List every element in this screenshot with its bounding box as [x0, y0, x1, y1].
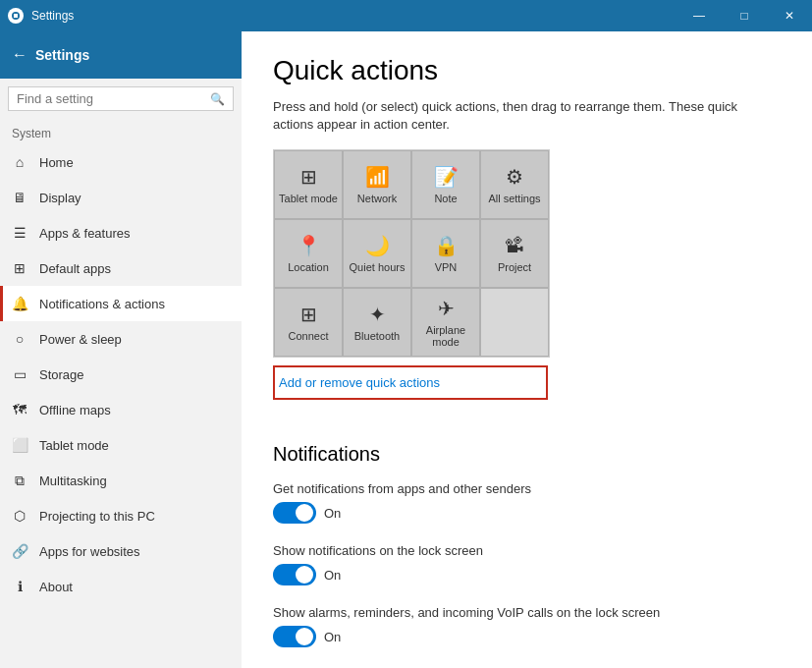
power-sleep-icon: ○ [12, 331, 27, 347]
about-label: About [39, 580, 73, 594]
airplane-mode-qa-icon: ✈ [438, 297, 455, 320]
sidebar-item-tablet-mode[interactable]: ⬜ Tablet mode [0, 427, 242, 463]
search-icon: 🔍 [210, 92, 225, 106]
sidebar-item-home[interactable]: ⌂ Home [0, 144, 242, 180]
location-qa-icon: 📍 [297, 234, 321, 257]
sidebar-section-label: System [0, 119, 242, 144]
toggle-thumb [296, 504, 313, 522]
note-qa-icon: 📝 [434, 165, 459, 189]
qa-tile-quiet-hours[interactable]: 🌙 Quiet hours [343, 219, 411, 288]
sidebar-item-default-apps[interactable]: ⊞ Default apps [0, 250, 242, 286]
home-icon: ⌂ [12, 154, 27, 170]
tablet-mode-label: Tablet mode [39, 438, 109, 453]
multitasking-icon: ⧉ [12, 473, 27, 488]
sidebar-item-apps-websites[interactable]: 🔗 Apps for websites [0, 533, 242, 569]
app-icon [8, 8, 24, 24]
back-button[interactable]: ← Settings [0, 31, 242, 79]
projecting-icon: ⬡ [12, 508, 27, 524]
titlebar: Settings — □ ✕ [0, 0, 812, 31]
setting-show-lock-screen: Show notifications on the lock screen On [273, 543, 781, 585]
offline-maps-icon: 🗺 [12, 402, 27, 418]
close-button[interactable]: ✕ [767, 0, 812, 31]
back-label: Settings [35, 47, 89, 63]
toggle-row-get-notifications: On [273, 502, 781, 524]
notifications-label: Notifications & actions [39, 297, 165, 311]
sidebar-item-display[interactable]: 🖥 Display [0, 180, 242, 215]
qa-tile-vpn[interactable]: 🔒 VPN [411, 219, 480, 288]
qa-tile-all-settings[interactable]: ⚙ All settings [480, 150, 549, 219]
qa-tile-tablet-mode[interactable]: ⊞ Tablet mode [274, 150, 343, 219]
add-remove-quick-actions-link[interactable]: Add or remove quick actions [273, 365, 548, 400]
vpn-qa-icon: 🔒 [434, 234, 459, 257]
minimize-button[interactable]: — [677, 0, 722, 31]
qa-tile-bluetooth[interactable]: ✦ Bluetooth [343, 288, 411, 357]
apps-features-icon: ☰ [12, 225, 27, 241]
toggle-row-show-lock-screen: On [273, 564, 781, 585]
search-input[interactable] [17, 91, 210, 106]
qa-tile-project-label: Project [498, 261, 531, 273]
qa-tile-bluetooth-label: Bluetooth [354, 330, 400, 342]
setting-show-lock-screen-label: Show notifications on the lock screen [273, 543, 781, 558]
main-content: Quick actions Press and hold (or select)… [242, 31, 812, 668]
toggle-state-show-alarms: On [324, 630, 341, 644]
titlebar-title: Settings [31, 9, 74, 23]
toggle-thumb [296, 628, 313, 645]
titlebar-left: Settings [8, 8, 74, 24]
projecting-label: Projecting to this PC [39, 509, 155, 524]
qa-tile-network[interactable]: 📶 Network [343, 150, 411, 219]
qa-tile-note-label: Note [434, 193, 457, 204]
storage-label: Storage [39, 367, 84, 382]
svg-rect-1 [14, 14, 18, 18]
display-icon: 🖥 [12, 190, 27, 205]
tablet-mode-icon: ⬜ [12, 437, 27, 453]
notifications-section-title: Notifications [273, 443, 781, 466]
qa-tile-location-label: Location [288, 261, 329, 273]
sidebar-item-apps-features[interactable]: ☰ Apps & features [0, 215, 242, 250]
apps-websites-icon: 🔗 [12, 543, 27, 559]
toggle-thumb [296, 566, 313, 584]
toggle-get-notifications[interactable] [273, 502, 316, 524]
sidebar-item-about[interactable]: ℹ About [0, 569, 242, 604]
qa-tile-connect[interactable]: ⊞ Connect [274, 288, 343, 357]
quiet-hours-qa-icon: 🌙 [365, 234, 390, 257]
qa-tile-location[interactable]: 📍 Location [274, 219, 343, 288]
qa-tile-airplane-mode[interactable]: ✈ Airplane mode [411, 288, 480, 357]
sidebar-item-offline-maps[interactable]: 🗺 Offline maps [0, 392, 242, 427]
search-box[interactable]: 🔍 [8, 86, 234, 111]
toggle-show-alarms[interactable] [273, 626, 316, 647]
page-title: Quick actions [273, 55, 781, 86]
sidebar-item-multitasking[interactable]: ⧉ Multitasking [0, 463, 242, 498]
qa-tile-quiet-hours-label: Quiet hours [350, 261, 406, 273]
default-apps-icon: ⊞ [12, 260, 27, 276]
qa-tile-empty [480, 288, 549, 357]
page-desc: Press and hold (or select) quick actions… [273, 98, 781, 134]
sidebar-item-storage[interactable]: ▭ Storage [0, 357, 242, 392]
maximize-button[interactable]: □ [722, 0, 767, 31]
storage-icon: ▭ [12, 366, 27, 382]
multitasking-label: Multitasking [39, 473, 107, 488]
home-label: Home [39, 155, 74, 170]
tablet-mode-qa-icon: ⊞ [300, 165, 317, 189]
project-qa-icon: 📽 [505, 235, 524, 257]
setting-show-alarms: Show alarms, reminders, and incoming VoI… [273, 605, 781, 647]
offline-maps-label: Offline maps [39, 403, 111, 418]
qa-tile-tablet-mode-label: Tablet mode [279, 193, 338, 204]
qa-tile-connect-label: Connect [289, 330, 329, 342]
sidebar-item-projecting[interactable]: ⬡ Projecting to this PC [0, 498, 242, 533]
qa-tile-note[interactable]: 📝 Note [411, 150, 480, 219]
display-label: Display [39, 191, 81, 205]
toggle-row-show-alarms: On [273, 626, 781, 647]
default-apps-label: Default apps [39, 261, 111, 276]
sidebar-item-notifications[interactable]: 🔔 Notifications & actions [0, 286, 242, 321]
app-container: ← Settings 🔍 System ⌂ Home 🖥 Display ☰ A… [0, 31, 812, 668]
notifications-icon: 🔔 [12, 296, 27, 311]
sidebar-item-power-sleep[interactable]: ○ Power & sleep [0, 321, 242, 357]
connect-qa-icon: ⊞ [300, 303, 317, 326]
network-qa-icon: 📶 [365, 165, 390, 189]
bluetooth-qa-icon: ✦ [369, 303, 386, 326]
qa-tile-vpn-label: VPN [435, 261, 458, 273]
quick-actions-grid: ⊞ Tablet mode 📶 Network 📝 Note ⚙ All set… [273, 149, 550, 358]
qa-tile-project[interactable]: 📽 Project [480, 219, 549, 288]
toggle-show-lock-screen[interactable] [273, 564, 316, 585]
about-icon: ℹ [12, 579, 27, 594]
